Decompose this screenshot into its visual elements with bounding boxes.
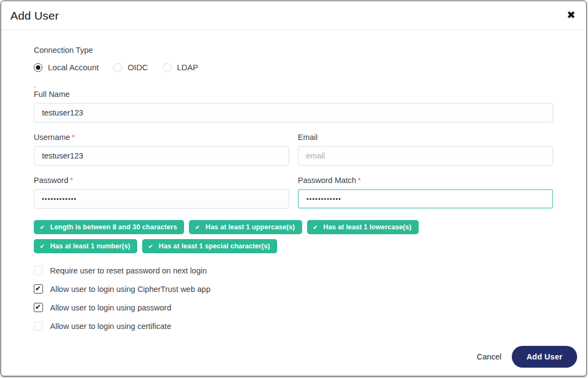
email-input[interactable] [298, 146, 553, 166]
required-asterisk: * [358, 176, 360, 185]
password-rule-badge: ✔ Has at least 1 special character(s) [142, 239, 277, 253]
checkbox-login-certificate[interactable]: Allow user to login using certificate [34, 321, 553, 331]
username-email-row: Username* Email [34, 133, 553, 166]
checkbox-label: Allow user to login using certificate [50, 322, 171, 331]
password-rule-badge: ✔ Length is between 8 and 30 characters [34, 220, 184, 234]
password-field: Password* [34, 176, 289, 209]
checkbox-icon[interactable] [34, 303, 43, 312]
close-icon[interactable]: ✖ [567, 10, 575, 20]
checkbox-login-password[interactable]: Allow user to login using password [34, 303, 553, 312]
add-user-modal: Add User ✖ Connection Type Local Account… [1, 1, 587, 376]
required-asterisk: * [72, 133, 75, 142]
radio-ldap[interactable]: LDAP [163, 63, 198, 72]
password-rule-badge: ✔ Has at least 1 lowercase(s) [307, 220, 419, 234]
password-match-field: Password Match* [298, 176, 553, 209]
password-rule-text: Has at least 1 uppercase(s) [206, 223, 295, 231]
password-rule-text: Has at least 1 lowercase(s) [323, 223, 412, 231]
connection-type-radio-group: Local Account OIDC LDAP [34, 63, 553, 72]
radio-label: Local Account [48, 63, 99, 72]
password-rule-badge: ✔ Has at least 1 number(s) [34, 239, 137, 253]
login-options: Require user to reset password on next l… [34, 266, 553, 331]
modal-body: Connection Type Local Account OIDC LDAP … [1, 46, 586, 331]
password-match-label: Password Match [298, 176, 356, 185]
checkbox-label: Require user to reset password on next l… [50, 266, 207, 275]
connection-type-label: Connection Type [34, 46, 553, 54]
password-input[interactable] [34, 189, 289, 209]
username-field: Username* [34, 133, 289, 166]
add-user-button[interactable]: Add User [512, 346, 577, 368]
cancel-button[interactable]: Cancel [477, 352, 501, 361]
password-rule-badge: ✔ Has at least 1 uppercase(s) [189, 220, 302, 234]
page-title: Add User [10, 9, 577, 22]
required-asterisk: * [70, 176, 73, 185]
username-label: Username [34, 133, 70, 142]
email-label: Email [298, 133, 317, 142]
radio-oidc[interactable]: OIDC [113, 63, 148, 72]
checkbox-icon[interactable] [34, 284, 43, 294]
check-icon: ✔ [195, 224, 200, 231]
full-name-input[interactable] [34, 103, 553, 123]
email-field: Email [298, 133, 553, 166]
checkbox-reset-password[interactable]: Require user to reset password on next l… [34, 266, 553, 275]
password-rules: ✔ Length is between 8 and 30 characters … [34, 220, 507, 253]
full-name-label: Full Name [34, 90, 70, 99]
stray-dot: . [34, 83, 553, 88]
modal-header: Add User ✖ [1, 1, 586, 30]
password-match-input[interactable] [298, 189, 553, 209]
check-icon: ✔ [40, 243, 45, 250]
check-icon: ✔ [148, 243, 153, 250]
password-rule-text: Has at least 1 number(s) [50, 242, 130, 250]
radio-unselected-icon[interactable] [113, 63, 122, 72]
checkbox-icon[interactable] [34, 266, 43, 275]
radio-label: LDAP [177, 63, 198, 72]
check-icon: ✔ [40, 224, 45, 231]
password-label: Password [34, 176, 69, 185]
checkbox-label: Allow user to login using CipherTrust we… [50, 285, 210, 294]
checkbox-login-web-app[interactable]: Allow user to login using CipherTrust we… [34, 284, 553, 294]
radio-label: OIDC [127, 63, 148, 72]
full-name-field: Full Name [34, 90, 553, 123]
password-rule-text: Has at least 1 special character(s) [159, 242, 270, 250]
username-input[interactable] [34, 146, 289, 166]
modal-footer: Cancel Add User [477, 346, 577, 368]
check-icon: ✔ [313, 224, 318, 231]
radio-selected-icon[interactable] [34, 63, 42, 72]
checkbox-icon[interactable] [34, 321, 43, 331]
radio-local-account[interactable]: Local Account [34, 63, 99, 72]
radio-unselected-icon[interactable] [163, 63, 171, 72]
checkbox-label: Allow user to login using password [50, 303, 171, 312]
password-rule-text: Length is between 8 and 30 characters [50, 223, 177, 231]
password-row: Password* Password Match* [34, 176, 553, 209]
